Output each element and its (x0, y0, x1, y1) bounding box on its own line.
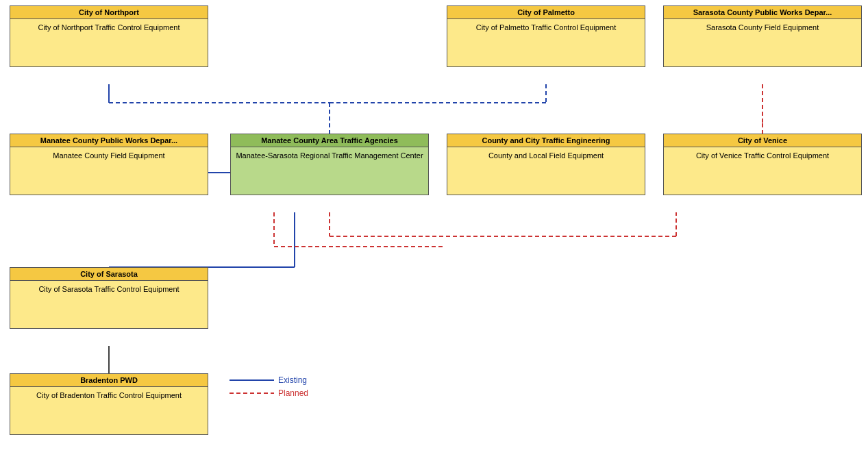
county-city-header: County and City Traffic Engineering (447, 134, 645, 147)
node-manatee-county: Manatee County Public Works Depar... Man… (10, 134, 208, 195)
palmetto-header: City of Palmetto (447, 6, 645, 19)
diagram-container: City of Northport City of Northport Traf… (0, 0, 868, 461)
manatee-county-header: Manatee County Public Works Depar... (10, 134, 208, 147)
venice-body: City of Venice Traffic Control Equipment (664, 147, 861, 164)
legend-existing: Existing (230, 375, 308, 385)
node-bradenton: Bradenton PWD City of Bradenton Traffic … (10, 373, 208, 435)
node-palmetto: City of Palmetto City of Palmetto Traffi… (447, 5, 645, 67)
county-city-body: County and Local Field Equipment (447, 147, 645, 164)
sarasota-county-header: Sarasota County Public Works Depar... (664, 6, 861, 19)
sarasota-city-header: City of Sarasota (10, 268, 208, 281)
legend-existing-label: Existing (278, 375, 307, 385)
venice-header: City of Venice (664, 134, 861, 147)
node-sarasota-county: Sarasota County Public Works Depar... Sa… (663, 5, 862, 67)
legend-planned-label: Planned (278, 388, 308, 398)
manatee-center-body: Manatee-Sarasota Regional Traffic Manage… (231, 147, 428, 164)
sarasota-city-body: City of Sarasota Traffic Control Equipme… (10, 281, 208, 297)
bradenton-header: Bradenton PWD (10, 374, 208, 387)
node-venice: City of Venice City of Venice Traffic Co… (663, 134, 862, 195)
manatee-center-header: Manatee County Area Traffic Agencies (231, 134, 428, 147)
northport-body: City of Northport Traffic Control Equipm… (10, 19, 208, 36)
node-manatee-center: Manatee County Area Traffic Agencies Man… (230, 134, 429, 195)
northport-header: City of Northport (10, 6, 208, 19)
node-northport: City of Northport City of Northport Traf… (10, 5, 208, 67)
manatee-county-body: Manatee County Field Equipment (10, 147, 208, 164)
bradenton-body: City of Bradenton Traffic Control Equipm… (10, 387, 208, 403)
legend: Existing Planned (230, 375, 308, 401)
sarasota-county-body: Sarasota County Field Equipment (664, 19, 861, 36)
node-sarasota-city: City of Sarasota City of Sarasota Traffi… (10, 267, 208, 329)
legend-planned: Planned (230, 388, 308, 398)
palmetto-body: City of Palmetto Traffic Control Equipme… (447, 19, 645, 36)
node-county-city: County and City Traffic Engineering Coun… (447, 134, 645, 195)
